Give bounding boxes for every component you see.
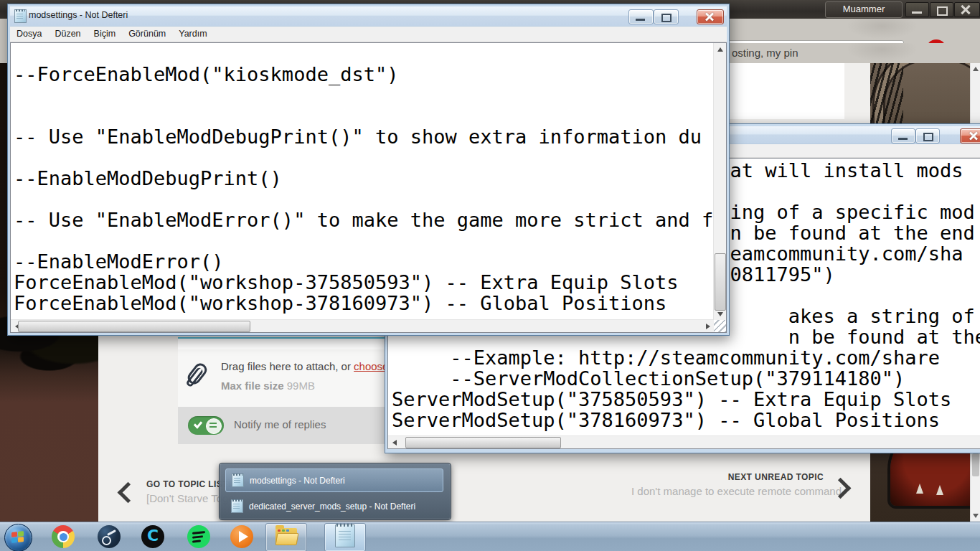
max-file-size-label: Max file size [221, 380, 284, 392]
notify-panel: Notify me of replies [178, 407, 391, 444]
browser-minimize-button[interactable] [905, 2, 929, 17]
art-fur-strokes [870, 63, 903, 128]
notepad-back-hscrollbar[interactable] [388, 435, 980, 448]
scroll-up-icon[interactable] [714, 43, 726, 55]
maximize-button[interactable] [654, 9, 679, 24]
popup-item-modsettings[interactable]: modsettings - Not Defteri [225, 468, 443, 492]
hscrollbar-thumb[interactable] [405, 437, 561, 448]
vscrollbar-thumb[interactable] [715, 253, 726, 311]
scroll-down-icon[interactable] [973, 514, 979, 518]
maximize-icon [923, 133, 933, 141]
scroll-down-icon[interactable] [714, 308, 726, 320]
explorer-folder-icon [275, 528, 297, 544]
minimize-button[interactable] [628, 9, 654, 24]
taskbar-explorer-button[interactable] [265, 523, 307, 551]
browser-restore-button[interactable] [930, 2, 953, 17]
menu-dosya[interactable]: Dosya [10, 27, 48, 42]
hscrollbar-thumb[interactable] [18, 321, 250, 332]
notepad-icon [232, 474, 244, 487]
notepad-front-menubar: Dosya Düzen Biçim Görünüm Yardım [10, 27, 727, 42]
notepad-front-hscrollbar[interactable] [11, 319, 714, 332]
notify-label: Notify me of replies [234, 418, 326, 430]
check-icon [194, 420, 202, 429]
taskbar: C EN 17:29 23.08.2016 [0, 522, 980, 551]
notepad-front-title: modsettings - Not Defteri [29, 10, 128, 20]
taskbar-chrome-icon[interactable] [52, 525, 75, 548]
next-topic-title[interactable]: NEXT UNREAD TOPIC [631, 472, 824, 482]
notepad-window-front[interactable]: modsettings - Not Defteri Dosya Düzen Bi… [7, 4, 730, 336]
attach-drag-text: Drag files here to attach, or [221, 360, 354, 372]
scroll-left-icon[interactable] [388, 436, 400, 448]
notepad-icon [231, 499, 243, 513]
taskbar-steam-icon[interactable] [98, 525, 121, 548]
menu-bicim[interactable]: Biçim [88, 27, 123, 42]
toggle-knob[interactable] [206, 418, 222, 434]
maximize-icon [661, 14, 672, 22]
resize-grip[interactable] [714, 320, 726, 332]
taskbar-spotify-icon[interactable] [187, 525, 210, 548]
taskbar-preview-popup: modsettings - Not Defteri dedicated_serv… [219, 463, 451, 520]
maximize-button[interactable] [915, 128, 940, 143]
browser-close-button[interactable] [954, 2, 980, 17]
taskbar-curse-icon[interactable]: C [141, 525, 164, 548]
start-button[interactable] [4, 524, 32, 551]
attachment-panel: Drag files here to attach, or choose Max… [178, 349, 391, 407]
notepad-front-vscrollbar[interactable] [713, 43, 726, 320]
minimize-icon [898, 138, 908, 140]
menu-gorunum[interactable]: Görünüm [122, 27, 172, 42]
restore-icon [937, 6, 948, 16]
notepad-icon [14, 9, 27, 23]
tab-title-fragment[interactable]: osting, my pin [732, 47, 798, 59]
paperclip-icon [185, 361, 209, 387]
close-button[interactable] [960, 128, 980, 143]
close-button[interactable] [697, 9, 724, 24]
windows-flag-icon [11, 531, 24, 544]
scroll-up-icon[interactable] [973, 67, 979, 71]
menu-yardim[interactable]: Yardım [172, 27, 213, 42]
notepad-front-text[interactable]: --ForceEnableMod("kioskmode_dst") -- Use… [11, 43, 712, 314]
next-topic-nav[interactable]: NEXT UNREAD TOPIC I don't manage to exec… [631, 472, 824, 508]
scroll-right-icon[interactable] [702, 320, 714, 332]
browser-scrollbar-thumb[interactable] [972, 453, 979, 476]
browser-profile-button[interactable]: Muammer [825, 1, 903, 18]
minimize-button[interactable] [891, 128, 915, 143]
chevron-left-icon[interactable] [118, 482, 139, 504]
taskbar-wmp-icon[interactable] [230, 525, 253, 548]
menu-duzen[interactable]: Düzen [48, 27, 87, 42]
desktop-screen: Muammer ABP osting, my pin [0, 0, 980, 551]
choose-files-link[interactable]: choose [354, 360, 388, 372]
notepad-icon [335, 524, 355, 547]
next-topic-subtitle[interactable]: I don't manage to execute remote command [631, 485, 824, 497]
notepad-front-titlebar[interactable]: modsettings - Not Defteri [10, 6, 727, 27]
minimize-icon [912, 11, 922, 14]
taskbar-notepad-button[interactable] [324, 523, 366, 551]
max-file-size-value: 99MB [284, 380, 315, 392]
popup-item-label: modsettings - Not Defteri [250, 476, 345, 486]
notify-toggle[interactable] [188, 416, 224, 435]
popup-item-dedicated-server[interactable]: dedicated_server_mods_setup - Not Defter… [225, 496, 443, 516]
minimize-icon [636, 19, 645, 21]
popup-item-label: dedicated_server_mods_setup - Not Defter… [249, 501, 415, 512]
notepad-front-client: --ForceEnableMod("kioskmode_dst") -- Use… [10, 42, 727, 333]
